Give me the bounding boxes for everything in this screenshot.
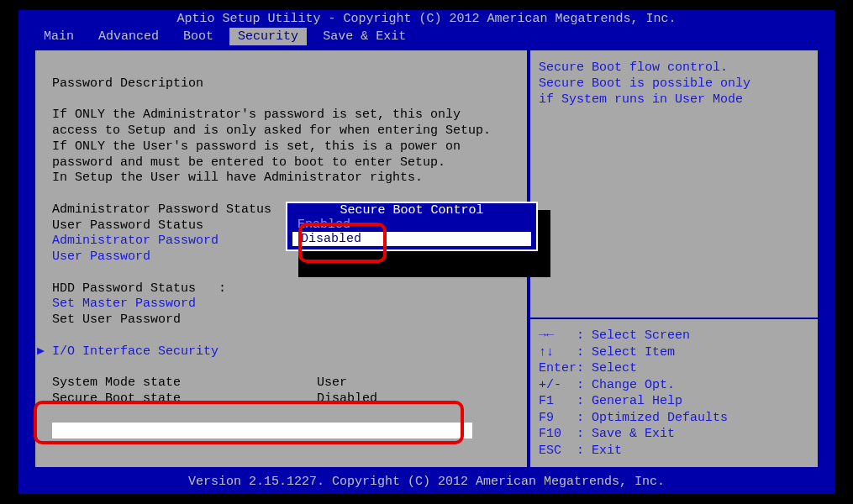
key-save-exit: F10 : Save & Exit xyxy=(539,426,809,443)
password-desc-heading: Password Description xyxy=(52,76,203,91)
key-select-screen: →← : Select Screen xyxy=(539,328,809,344)
key-enter: Enter: Select xyxy=(539,360,809,377)
secure-boot-control-item[interactable]: Secure Boot Control [Disabled] xyxy=(52,423,472,438)
secure-boot-state-label: Secure Boot state xyxy=(52,391,181,406)
key-general-help: F1 : General Help xyxy=(539,393,809,410)
tab-security[interactable]: Security xyxy=(229,28,307,45)
popup-option-disabled[interactable]: Disabled xyxy=(292,232,531,246)
set-master-password-item[interactable]: Set Master Password xyxy=(52,297,196,311)
admin-password-item[interactable]: Administrator Password xyxy=(52,234,219,248)
admin-pwd-status-label: Administrator Password Status xyxy=(52,202,271,217)
key-help: →← : Select Screen ↑↓ : Select Item Ente… xyxy=(530,319,818,467)
help-line: if System runs in User Mode xyxy=(539,92,743,107)
key-change-opt: +/- : Change Opt. xyxy=(539,377,809,394)
user-password-item[interactable]: User Password xyxy=(52,249,150,264)
tab-save-exit[interactable]: Save & Exit xyxy=(314,28,414,45)
popup-option-enabled[interactable]: Enabled xyxy=(289,218,534,232)
help-line: Secure Boot is possible only xyxy=(539,76,750,91)
secure-boot-control-label: Secure Boot Control xyxy=(54,423,197,437)
system-mode-value: User xyxy=(317,375,347,390)
key-select-item: ↑↓ : Select Item xyxy=(539,344,809,361)
tab-advanced[interactable]: Advanced xyxy=(90,28,167,45)
right-panel: Secure Boot flow control. Secure Boot is… xyxy=(529,49,819,469)
desc-line: If ONLY the User's password is set, this… xyxy=(52,139,461,154)
tab-main[interactable]: Main xyxy=(35,28,82,45)
tab-bar: Main Advanced Boot Security Save & Exit xyxy=(18,28,835,45)
io-interface-security-item[interactable]: I/O Interface Security xyxy=(52,344,219,359)
key-optimized-defaults: F9 : Optimized Defaults xyxy=(539,410,809,427)
user-pwd-status-label: User Password Status xyxy=(52,218,203,233)
desc-line: In Setup the User will have Administrato… xyxy=(52,171,423,185)
secure-boot-control-value: [Disabled] xyxy=(319,423,394,437)
secure-boot-control-popup: Secure Boot Control Enabled Disabled xyxy=(286,202,538,251)
footer-text: Version 2.15.1227. Copyright (C) 2012 Am… xyxy=(34,475,819,489)
set-user-password-item[interactable]: Set User Password xyxy=(52,312,181,327)
window-title: Aptio Setup Utility - Copyright (C) 2012… xyxy=(18,10,835,28)
secure-boot-state-value: Disabled xyxy=(317,391,377,406)
desc-line: access to Setup and is only asked for wh… xyxy=(52,123,491,138)
popup-title: Secure Boot Control xyxy=(289,203,534,218)
tab-boot[interactable]: Boot xyxy=(175,28,222,45)
submenu-arrow-icon: ▶ xyxy=(37,344,45,360)
desc-line: If ONLY the Administrator's password is … xyxy=(52,108,461,122)
help-text: Secure Boot flow control. Secure Boot is… xyxy=(530,50,818,318)
desc-line: password and must be entered to boot to … xyxy=(52,155,445,170)
key-exit: ESC : Exit xyxy=(539,443,809,459)
hdd-pwd-status-label: HDD Password Status : xyxy=(52,281,226,296)
system-mode-label: System Mode state xyxy=(52,375,181,390)
help-line: Secure Boot flow control. xyxy=(539,60,728,75)
